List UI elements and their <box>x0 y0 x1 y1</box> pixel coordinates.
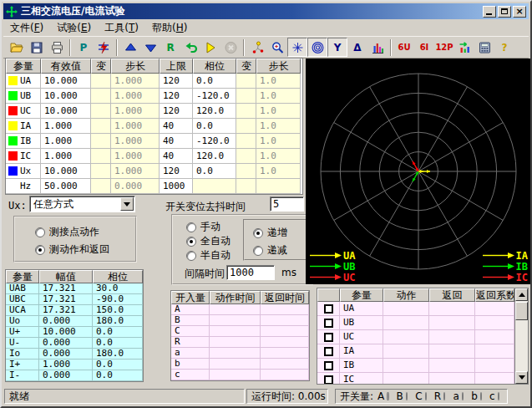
param-cell[interactable] <box>236 89 256 104</box>
undo-button[interactable] <box>180 38 200 57</box>
debounce-input[interactable] <box>270 196 304 212</box>
interval-input[interactable] <box>226 265 275 280</box>
print-button[interactable] <box>47 38 67 57</box>
param-cell[interactable] <box>91 149 111 164</box>
wye-connection-button[interactable]: Y <box>327 38 347 57</box>
scrollbar-thumb[interactable] <box>515 302 528 320</box>
menu-item-F[interactable]: 文件(F) <box>3 20 50 36</box>
param-cell[interactable] <box>236 134 256 149</box>
radio-test-mode-2[interactable] <box>35 245 45 255</box>
param-cell[interactable]: 120 <box>160 74 193 89</box>
bar-view-button[interactable] <box>367 38 388 57</box>
param-cell[interactable]: 1.000 <box>111 149 160 164</box>
param-cell[interactable]: 1.0 <box>256 149 301 164</box>
help-button[interactable]: ? <box>494 38 514 57</box>
menu-item-T[interactable]: 工具(T) <box>98 20 145 36</box>
param-cell[interactable]: 40 <box>160 149 193 164</box>
param-cell[interactable]: 1.0 <box>256 89 301 104</box>
param-cell[interactable]: 1.000 <box>111 74 160 89</box>
param-cell[interactable]: 10.000 <box>41 164 91 179</box>
direction-option-2[interactable]: 递减 <box>253 243 287 258</box>
param-cell[interactable]: 0.000 <box>111 179 160 194</box>
param-cell[interactable]: 1.000 <box>111 104 160 119</box>
param-cell[interactable] <box>91 119 111 134</box>
control-mode-option-2[interactable]: 全自动 <box>186 234 231 248</box>
param-cell[interactable]: 10.000 <box>41 74 91 89</box>
param-cell[interactable]: 1.000 <box>41 119 91 134</box>
param-cell[interactable] <box>91 74 111 89</box>
param-cell[interactable]: 1.0 <box>256 164 301 179</box>
param-cell[interactable] <box>91 164 111 179</box>
checkbox-IA[interactable] <box>324 347 333 356</box>
radio-direction-1[interactable] <box>253 228 263 238</box>
direction-option-1[interactable]: 递增 <box>253 226 287 240</box>
param-cell[interactable] <box>193 179 236 194</box>
calculator-button[interactable] <box>474 38 494 57</box>
param-cell[interactable]: 120 <box>160 104 193 119</box>
reset-button[interactable]: R <box>160 38 180 57</box>
minimize-button[interactable] <box>483 6 496 18</box>
sequence-button[interactable] <box>454 38 474 57</box>
param-cell[interactable]: 10.000 <box>41 104 91 119</box>
radio-control-mode-3[interactable] <box>186 251 196 261</box>
radio-direction-2[interactable] <box>253 246 263 256</box>
delta-connection-button[interactable]: Δ <box>347 38 367 57</box>
step-up-button[interactable] <box>120 38 140 57</box>
zoom-button[interactable] <box>267 38 287 57</box>
param-cell[interactable] <box>91 89 111 104</box>
checkbox-UB[interactable] <box>324 319 333 328</box>
polar-grid-button[interactable] <box>287 38 307 57</box>
checkbox-IC[interactable] <box>324 375 333 385</box>
vector-diagram-button[interactable] <box>247 38 267 57</box>
scroll-down-button[interactable] <box>515 371 528 384</box>
param-cell[interactable] <box>236 164 256 179</box>
param-cell[interactable] <box>91 104 111 119</box>
param-cell[interactable]: 40 <box>160 134 193 149</box>
param-cell[interactable]: 0.0 <box>193 119 236 134</box>
test-mode-option-2[interactable]: 测动作和返回 <box>35 242 109 257</box>
radio-control-mode-2[interactable] <box>186 237 196 247</box>
param-cell[interactable]: 10.000 <box>41 89 91 104</box>
menu-item-H[interactable]: 帮助(H) <box>145 20 194 36</box>
scroll-up-button[interactable] <box>515 288 528 301</box>
twelve-p-button[interactable]: 12P <box>434 38 454 57</box>
param-cell[interactable]: -120.0 <box>193 134 236 149</box>
step-down-button[interactable] <box>140 38 160 57</box>
param-cell[interactable]: 1000 <box>160 179 193 194</box>
param-cell[interactable]: 1.0 <box>256 119 301 134</box>
start-button[interactable] <box>200 38 220 57</box>
param-cell[interactable]: 0.0 <box>193 164 236 179</box>
param-cell[interactable]: 50.000 <box>41 179 91 194</box>
param-cell[interactable]: 1.000 <box>41 134 91 149</box>
param-cell[interactable]: 1.000 <box>111 89 160 104</box>
rings-view-button[interactable] <box>307 38 327 57</box>
control-mode-option-3[interactable]: 半自动 <box>186 248 231 263</box>
six-u-button[interactable]: 6U <box>394 38 414 57</box>
param-cell[interactable]: 120 <box>160 164 193 179</box>
param-cell[interactable]: -120.0 <box>193 89 236 104</box>
param-cell[interactable]: 120.0 <box>193 149 236 164</box>
param-cell[interactable] <box>256 179 301 194</box>
ux-mode-dropdown-button[interactable] <box>120 197 134 211</box>
maximize-button[interactable] <box>498 6 511 18</box>
radio-control-mode-1[interactable] <box>186 222 196 232</box>
param-cell[interactable]: 120.0 <box>193 104 236 119</box>
radio-test-mode-1[interactable] <box>35 227 45 237</box>
save-button[interactable] <box>27 38 47 57</box>
param-cell[interactable]: 1.0 <box>256 104 301 119</box>
param-cell[interactable]: 40 <box>160 119 193 134</box>
param-cell[interactable] <box>91 179 111 194</box>
result-table-scrollbar[interactable] <box>514 288 528 384</box>
close-button[interactable]: × <box>513 6 526 18</box>
param-cell[interactable]: 1.000 <box>41 149 91 164</box>
param-cell[interactable] <box>236 104 256 119</box>
checkbox-IB[interactable] <box>324 361 333 370</box>
parameter-button[interactable]: P <box>73 38 94 57</box>
param-cell[interactable]: 1.000 <box>111 134 160 149</box>
param-cell[interactable] <box>236 149 256 164</box>
ux-mode-select[interactable]: 任意方式 <box>29 196 135 212</box>
param-cell[interactable] <box>236 119 256 134</box>
param-cell[interactable]: 1.000 <box>111 164 160 179</box>
six-i-button[interactable]: 6I <box>414 38 434 57</box>
param-cell[interactable]: 1.0 <box>256 74 301 89</box>
